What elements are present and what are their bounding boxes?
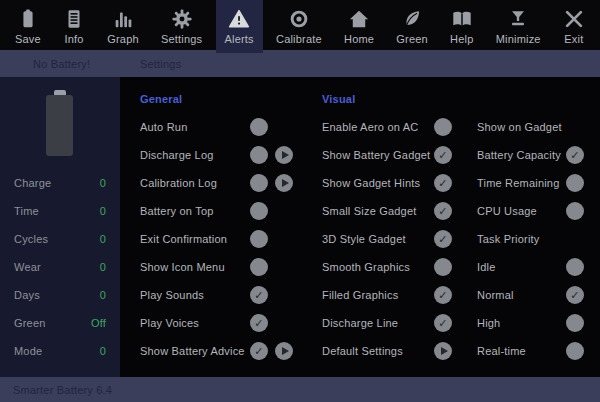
toggle-smooth-graphics[interactable] [434,258,452,276]
save-icon [17,6,39,30]
toolbar-item-label: Alerts [225,33,254,45]
toggle-battery-capacity[interactable]: ✓ [566,146,584,164]
toggle-enable-aero-on-ac[interactable] [434,118,452,136]
settings-row-real-time: Real-time [477,337,584,365]
battery-body [46,95,73,156]
battery-status-tab[interactable]: No Battery! [33,58,90,70]
stat-label: Green [14,317,46,329]
toggle-normal[interactable]: ✓ [566,286,584,304]
toggle-show-battery-gadget[interactable]: ✓ [434,146,452,164]
settings-row-label: Show Icon Menu [140,261,250,273]
settings-row-exit-confirmation: Exit Confirmation [140,225,293,253]
settings-row-smooth-graphics: Smooth Graphics [322,253,452,281]
toggle-filled-graphics[interactable]: ✓ [434,286,452,304]
toggle-play-voices[interactable]: ✓ [250,314,268,332]
stat-row-mode: Mode0 [0,337,120,365]
settings-row-show-on-gadget: Show on Gadget [477,113,584,141]
play-button-show-battery-advice[interactable] [275,342,293,360]
check-icon: ✓ [438,150,447,161]
toggle-show-battery-advice[interactable]: ✓ [250,342,268,360]
toolbar-item-info[interactable]: Info [54,0,94,50]
toggle-play-sounds[interactable]: ✓ [250,286,268,304]
toolbar-item-graph[interactable]: Graph [98,0,148,50]
check-icon: ✓ [438,318,447,329]
settings-row-label: Show on Gadget [477,121,566,133]
stat-label: Time [14,205,39,217]
toolbar-item-save[interactable]: Save [6,0,50,50]
check-icon: ✓ [570,150,579,161]
toggle-real-time[interactable] [566,342,584,360]
settings-row-label: Normal [477,289,566,301]
settings-row-task-priority: Task Priority [477,225,584,253]
toolbar-item-label: Calibrate [276,33,322,45]
settings-row-label: Battery Capacity [477,149,566,161]
toolbar-item-label: Help [450,33,473,45]
toggle-discharge-line[interactable]: ✓ [434,314,452,332]
play-button-default-settings[interactable] [434,342,452,360]
settings-panel: GeneralAuto RunDischarge LogCalibration … [120,77,600,377]
current-view-tab[interactable]: Settings [140,58,181,70]
stat-value: 0 [100,345,106,357]
settings-row-label: Time Remaining [477,177,566,189]
toolbar-item-settings[interactable]: Settings [152,0,211,50]
settings-row-label: Show Gadget Hints [322,177,434,189]
battery-icon [46,90,73,156]
settings-row-label: High [477,317,566,329]
settings-column-general: GeneralAuto RunDischarge LogCalibration … [140,85,293,365]
toolbar-item-calibrate[interactable]: Calibrate [267,0,331,50]
play-button-discharge-log[interactable] [275,146,293,164]
settings-row-label: Play Sounds [140,289,250,301]
settings-row-label: Auto Run [140,121,250,133]
toolbar-item-home[interactable]: Home [335,0,383,50]
toolbar-item-minimize[interactable]: Minimize [487,0,550,50]
section-header: Visual [322,85,452,113]
toggle-3d-style-gadget[interactable]: ✓ [434,230,452,248]
toggle-idle[interactable] [566,258,584,276]
toolbar-item-alerts[interactable]: Alerts [216,0,263,50]
battery-stats-list: Charge0Time0Cycles0Wear0Days0GreenOffMod… [0,169,120,365]
alerts-icon [228,6,250,30]
green-icon [401,6,423,30]
stat-row-cycles: Cycles0 [0,225,120,253]
toggle-show-gadget-hints[interactable]: ✓ [434,174,452,192]
settings-row-filled-graphics: Filled Graphics✓ [322,281,452,309]
play-button-calibration-log[interactable] [275,174,293,192]
stat-label: Cycles [14,233,48,245]
toggle-high[interactable] [566,314,584,332]
settings-row-enable-aero-on-ac: Enable Aero on AC [322,113,452,141]
toggle-show-icon-menu[interactable] [250,258,268,276]
toolbar-item-green[interactable]: Green [387,0,437,50]
toggle-cpu-usage[interactable] [566,202,584,220]
toolbar-item-exit[interactable]: Exit [554,0,594,50]
toggle-time-remaining[interactable] [566,174,584,192]
toggle-battery-on-top[interactable] [250,202,268,220]
settings-column-visual: VisualEnable Aero on ACShow Battery Gadg… [322,85,452,365]
stat-value: 0 [100,205,106,217]
stat-value: 0 [100,177,106,189]
settings-row-high: High [477,309,584,337]
statusbar: No Battery! Settings [0,50,600,77]
settings-row-label: Small Size Gadget [322,205,434,217]
stat-row-green: GreenOff [0,309,120,337]
stat-value: 0 [100,289,106,301]
toggle-discharge-log[interactable] [250,146,268,164]
toolbar-item-help[interactable]: Help [441,0,482,50]
home-icon [348,6,370,30]
stat-row-time: Time0 [0,197,120,225]
settings-row-auto-run: Auto Run [140,113,293,141]
stat-label: Mode [14,345,42,357]
check-icon: ✓ [254,318,263,329]
settings-row-default-settings: Default Settings [322,337,452,365]
toggle-calibration-log[interactable] [250,174,268,192]
settings-row-label: Filled Graphics [322,289,434,301]
settings-row-small-size-gadget: Small Size Gadget✓ [322,197,452,225]
settings-row-label: Battery on Top [140,205,250,217]
toggle-exit-confirmation[interactable] [250,230,268,248]
toggle-small-size-gadget[interactable]: ✓ [434,202,452,220]
toolbar-item-label: Exit [564,33,583,45]
toolbar: SaveInfoGraphSettingsAlertsCalibrateHome… [0,0,600,50]
toggle-auto-run[interactable] [250,118,268,136]
section-header: General [140,85,293,113]
settings-row-label: Real-time [477,345,566,357]
settings-row-label: Calibration Log [140,177,250,189]
